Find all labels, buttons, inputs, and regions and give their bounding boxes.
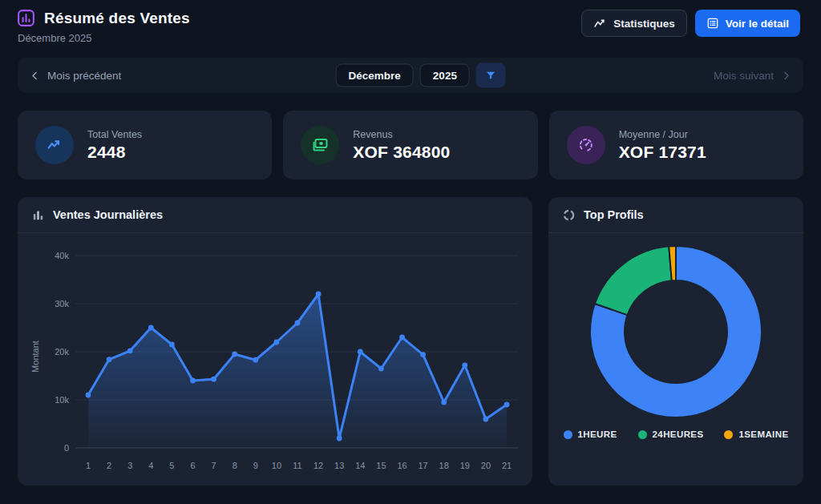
next-month-button[interactable]: Mois suivant	[714, 70, 792, 82]
stat-card-total-ventes: Total Ventes 2448	[18, 111, 272, 179]
svg-text:10: 10	[272, 461, 281, 470]
svg-text:12: 12	[313, 461, 323, 470]
legend-label: 1HEURE	[578, 429, 617, 439]
bar-chart-square-icon	[16, 8, 36, 28]
daily-sales-line-chart: 010k20k30k40kMontant12345678910111213141…	[26, 236, 523, 482]
svg-text:20: 20	[481, 461, 491, 470]
legend-dot	[638, 430, 647, 439]
svg-text:15: 15	[376, 461, 386, 470]
stat-texts: Revenus XOF 364800	[353, 129, 450, 162]
svg-text:7: 7	[212, 461, 216, 470]
top-profils-donut-chart	[588, 244, 763, 419]
svg-text:8: 8	[233, 461, 237, 470]
daily-sales-chart-body: 010k20k30k40kMontant12345678910111213141…	[18, 233, 532, 485]
previous-month-button[interactable]: Mois précédent	[29, 70, 121, 82]
trending-up-icon	[35, 126, 74, 164]
svg-text:20k: 20k	[55, 347, 69, 357]
svg-text:16: 16	[397, 461, 406, 470]
svg-text:3: 3	[127, 461, 132, 470]
daily-sales-title: Ventes Journalières	[53, 208, 163, 221]
statistics-button[interactable]: Statistiques	[581, 10, 687, 37]
legend-item-1heure[interactable]: 1HEURE	[564, 429, 617, 439]
page-subtitle: Décembre 2025	[18, 32, 190, 44]
stat-value: XOF 364800	[353, 143, 450, 162]
next-month-label: Mois suivant	[714, 70, 774, 82]
page-title: Résumé des Ventes	[44, 10, 190, 27]
stat-card-revenus: Revenus XOF 364800	[283, 111, 537, 179]
statistics-button-label: Statistiques	[613, 18, 675, 30]
svg-text:Montant: Montant	[30, 341, 40, 373]
stat-label: Total Ventes	[87, 129, 142, 140]
donut-icon	[562, 208, 576, 222]
header-titles: Résumé des Ventes Décembre 2025	[16, 8, 190, 44]
daily-sales-card: Ventes Journalières 010k20k30k40kMontant…	[18, 197, 532, 486]
stat-texts: Total Ventes 2448	[87, 129, 142, 162]
svg-text:5: 5	[169, 461, 174, 470]
year-pill[interactable]: 2025	[420, 64, 470, 87]
donut-chart-wrap	[548, 244, 803, 419]
svg-text:30k: 30k	[55, 299, 69, 308]
activity-icon	[593, 17, 607, 30]
stat-label: Revenus	[353, 129, 450, 140]
legend-label: 24HEURES	[653, 429, 704, 439]
charts-row: Ventes Journalières 010k20k30k40kMontant…	[18, 197, 803, 486]
top-profils-card: Top Profils 1HEURE24HEURES1SEMAINE	[548, 197, 803, 486]
top-profils-title: Top Profils	[584, 208, 644, 221]
svg-text:40k: 40k	[55, 251, 69, 260]
stat-value: XOF 17371	[619, 143, 706, 162]
stat-value: 2448	[87, 143, 142, 162]
svg-text:17: 17	[418, 461, 427, 470]
legend-dot	[724, 430, 733, 439]
banknote-icon	[301, 126, 339, 164]
donut-legend: 1HEURE24HEURES1SEMAINE	[548, 429, 803, 439]
filter-button[interactable]	[476, 63, 506, 88]
svg-text:21: 21	[502, 461, 512, 470]
list-details-icon	[706, 17, 719, 30]
month-selector-group: Décembre 2025	[336, 63, 506, 88]
svg-text:13: 13	[334, 461, 344, 470]
top-profils-header: Top Profils	[548, 197, 803, 233]
stat-texts: Moyenne / Jour XOF 17371	[619, 129, 706, 162]
svg-text:6: 6	[190, 461, 195, 470]
stat-card-moyenne-jour: Moyenne / Jour XOF 17371	[549, 111, 803, 179]
chevron-right-icon	[780, 70, 792, 82]
header: Résumé des Ventes Décembre 2025 Statisti…	[0, 0, 821, 44]
sales-summary-page: Résumé des Ventes Décembre 2025 Statisti…	[0, 0, 821, 504]
legend-label: 1SEMAINE	[738, 429, 788, 439]
view-detail-button-label: Voir le détail	[726, 18, 789, 30]
legend-dot	[564, 430, 572, 439]
gauge-icon	[567, 126, 605, 164]
stat-label: Moyenne / Jour	[619, 129, 706, 140]
svg-text:18: 18	[439, 461, 449, 470]
svg-text:14: 14	[355, 461, 365, 470]
chevron-left-icon	[29, 70, 41, 82]
svg-text:0: 0	[64, 443, 69, 453]
svg-text:10k: 10k	[55, 395, 69, 405]
legend-item-1semaine[interactable]: 1SEMAINE	[724, 429, 788, 439]
filter-funnel-icon	[485, 70, 497, 82]
bar-chart-icon	[31, 208, 45, 222]
month-navigation-bar: Mois précédent Décembre 2025 Mois suivan…	[18, 58, 803, 93]
svg-text:4: 4	[148, 461, 153, 470]
daily-sales-header: Ventes Journalières	[18, 197, 532, 233]
svg-text:9: 9	[253, 461, 258, 470]
svg-text:11: 11	[293, 461, 301, 470]
svg-text:1: 1	[86, 461, 91, 470]
stat-cards-row: Total Ventes 2448 Revenus XOF 364800	[18, 111, 803, 179]
header-actions: Statistiques Voir le détail	[581, 10, 800, 37]
svg-text:19: 19	[460, 461, 470, 470]
previous-month-label: Mois précédent	[47, 70, 121, 82]
svg-text:2: 2	[107, 461, 111, 470]
donut-segment-24heures	[595, 246, 672, 315]
legend-item-24heures[interactable]: 24HEURES	[638, 429, 704, 439]
month-pill[interactable]: Décembre	[336, 64, 414, 87]
view-detail-button[interactable]: Voir le détail	[695, 10, 800, 37]
